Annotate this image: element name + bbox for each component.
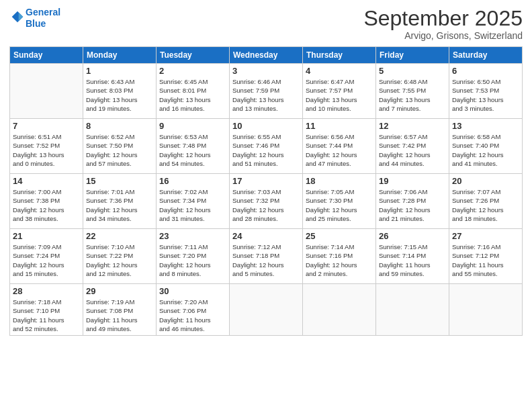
day-number: 3 — [232, 66, 300, 76]
calendar-cell: 21Sunrise: 7:09 AM Sunset: 7:24 PM Dayli… — [10, 229, 83, 284]
header: General Blue September 2025 Arvigo, Gris… — [9, 7, 523, 41]
day-number: 10 — [232, 121, 300, 131]
day-number: 27 — [452, 231, 519, 241]
calendar-cell: 14Sunrise: 7:00 AM Sunset: 7:38 PM Dayli… — [10, 174, 83, 229]
day-info: Sunrise: 6:50 AM Sunset: 7:53 PM Dayligh… — [452, 77, 519, 113]
calendar-cell: 29Sunrise: 7:19 AM Sunset: 7:08 PM Dayli… — [83, 284, 157, 336]
logo-line2: Blue — [26, 18, 60, 30]
calendar-cell: 3Sunrise: 6:46 AM Sunset: 7:59 PM Daylig… — [230, 64, 303, 119]
day-info: Sunrise: 7:11 AM Sunset: 7:20 PM Dayligh… — [159, 242, 226, 278]
calendar-cell: 20Sunrise: 7:07 AM Sunset: 7:26 PM Dayli… — [449, 174, 523, 229]
day-info: Sunrise: 6:52 AM Sunset: 7:50 PM Dayligh… — [86, 132, 153, 168]
location: Arvigo, Grisons, Switzerland — [363, 30, 523, 41]
calendar-table: SundayMondayTuesdayWednesdayThursdayFrid… — [9, 46, 523, 336]
day-number: 7 — [13, 121, 80, 131]
col-header-saturday: Saturday — [449, 47, 523, 64]
day-info: Sunrise: 6:46 AM Sunset: 7:59 PM Dayligh… — [232, 77, 300, 113]
calendar-cell — [230, 284, 303, 336]
day-number: 9 — [159, 121, 226, 131]
calendar-cell — [376, 284, 449, 336]
day-number: 22 — [86, 231, 153, 241]
col-header-friday: Friday — [376, 47, 449, 64]
calendar-cell: 23Sunrise: 7:11 AM Sunset: 7:20 PM Dayli… — [157, 229, 230, 284]
day-number: 5 — [379, 66, 446, 76]
day-info: Sunrise: 7:03 AM Sunset: 7:32 PM Dayligh… — [232, 187, 300, 223]
col-header-monday: Monday — [83, 47, 157, 64]
day-number: 11 — [306, 121, 373, 131]
logo-text: General Blue — [26, 7, 60, 30]
day-number: 14 — [13, 176, 80, 186]
day-info: Sunrise: 7:00 AM Sunset: 7:38 PM Dayligh… — [13, 187, 80, 223]
day-info: Sunrise: 7:05 AM Sunset: 7:30 PM Dayligh… — [306, 187, 373, 223]
calendar-cell — [449, 284, 523, 336]
svg-marker-1 — [19, 12, 24, 21]
col-header-wednesday: Wednesday — [230, 47, 303, 64]
header-row: SundayMondayTuesdayWednesdayThursdayFrid… — [10, 47, 523, 64]
day-info: Sunrise: 7:19 AM Sunset: 7:08 PM Dayligh… — [86, 298, 153, 333]
day-number: 15 — [86, 176, 153, 186]
day-info: Sunrise: 6:58 AM Sunset: 7:40 PM Dayligh… — [452, 132, 519, 168]
page: General Blue September 2025 Arvigo, Gris… — [0, 0, 532, 411]
calendar-cell: 1Sunrise: 6:43 AM Sunset: 8:03 PM Daylig… — [83, 64, 157, 119]
calendar-cell: 19Sunrise: 7:06 AM Sunset: 7:28 PM Dayli… — [376, 174, 449, 229]
day-info: Sunrise: 7:02 AM Sunset: 7:34 PM Dayligh… — [159, 187, 226, 223]
day-info: Sunrise: 6:56 AM Sunset: 7:44 PM Dayligh… — [306, 132, 373, 168]
col-header-sunday: Sunday — [10, 47, 83, 64]
calendar-cell: 18Sunrise: 7:05 AM Sunset: 7:30 PM Dayli… — [303, 174, 376, 229]
day-info: Sunrise: 7:09 AM Sunset: 7:24 PM Dayligh… — [13, 242, 80, 278]
week-row-4: 21Sunrise: 7:09 AM Sunset: 7:24 PM Dayli… — [10, 229, 523, 284]
day-info: Sunrise: 7:12 AM Sunset: 7:18 PM Dayligh… — [232, 242, 300, 278]
day-number: 21 — [13, 231, 80, 241]
month-title: September 2025 — [363, 7, 523, 30]
logo-line1: General — [26, 7, 60, 17]
day-info: Sunrise: 6:53 AM Sunset: 7:48 PM Dayligh… — [159, 132, 226, 168]
day-info: Sunrise: 7:20 AM Sunset: 7:06 PM Dayligh… — [159, 298, 226, 333]
day-number: 16 — [159, 176, 226, 186]
week-row-1: 1Sunrise: 6:43 AM Sunset: 8:03 PM Daylig… — [10, 64, 523, 119]
day-info: Sunrise: 6:57 AM Sunset: 7:42 PM Dayligh… — [379, 132, 446, 168]
day-number: 24 — [232, 231, 300, 241]
day-number: 6 — [452, 66, 519, 76]
day-number: 8 — [86, 121, 153, 131]
day-number: 20 — [452, 176, 519, 186]
calendar-cell — [10, 64, 83, 119]
week-row-3: 14Sunrise: 7:00 AM Sunset: 7:38 PM Dayli… — [10, 174, 523, 229]
col-header-tuesday: Tuesday — [157, 47, 230, 64]
calendar-cell: 4Sunrise: 6:47 AM Sunset: 7:57 PM Daylig… — [303, 64, 376, 119]
calendar-cell: 15Sunrise: 7:01 AM Sunset: 7:36 PM Dayli… — [83, 174, 157, 229]
day-info: Sunrise: 6:48 AM Sunset: 7:55 PM Dayligh… — [379, 77, 446, 113]
day-number: 17 — [232, 176, 300, 186]
week-row-5: 28Sunrise: 7:18 AM Sunset: 7:10 PM Dayli… — [10, 284, 523, 336]
calendar-cell: 28Sunrise: 7:18 AM Sunset: 7:10 PM Dayli… — [10, 284, 83, 336]
calendar-cell: 12Sunrise: 6:57 AM Sunset: 7:42 PM Dayli… — [376, 119, 449, 174]
day-number: 2 — [159, 66, 226, 76]
day-number: 19 — [379, 176, 446, 186]
calendar-cell: 6Sunrise: 6:50 AM Sunset: 7:53 PM Daylig… — [449, 64, 523, 119]
calendar-cell: 24Sunrise: 7:12 AM Sunset: 7:18 PM Dayli… — [230, 229, 303, 284]
day-info: Sunrise: 7:01 AM Sunset: 7:36 PM Dayligh… — [86, 187, 153, 223]
calendar-cell: 13Sunrise: 6:58 AM Sunset: 7:40 PM Dayli… — [449, 119, 523, 174]
day-number: 25 — [306, 231, 373, 241]
day-info: Sunrise: 6:55 AM Sunset: 7:46 PM Dayligh… — [232, 132, 300, 168]
day-number: 12 — [379, 121, 446, 131]
day-info: Sunrise: 7:14 AM Sunset: 7:16 PM Dayligh… — [306, 242, 373, 278]
day-number: 18 — [306, 176, 373, 186]
day-info: Sunrise: 7:10 AM Sunset: 7:22 PM Dayligh… — [86, 242, 153, 278]
calendar-cell: 17Sunrise: 7:03 AM Sunset: 7:32 PM Dayli… — [230, 174, 303, 229]
day-number: 28 — [13, 286, 80, 296]
day-info: Sunrise: 7:18 AM Sunset: 7:10 PM Dayligh… — [13, 298, 80, 333]
calendar-cell: 2Sunrise: 6:45 AM Sunset: 8:01 PM Daylig… — [157, 64, 230, 119]
day-number: 4 — [306, 66, 373, 76]
day-number: 26 — [379, 231, 446, 241]
calendar-cell: 27Sunrise: 7:16 AM Sunset: 7:12 PM Dayli… — [449, 229, 523, 284]
calendar-cell: 9Sunrise: 6:53 AM Sunset: 7:48 PM Daylig… — [157, 119, 230, 174]
day-info: Sunrise: 7:07 AM Sunset: 7:26 PM Dayligh… — [452, 187, 519, 223]
logo: General Blue — [9, 7, 60, 30]
day-info: Sunrise: 7:06 AM Sunset: 7:28 PM Dayligh… — [379, 187, 446, 223]
day-info: Sunrise: 6:45 AM Sunset: 8:01 PM Dayligh… — [159, 77, 226, 113]
calendar-cell: 11Sunrise: 6:56 AM Sunset: 7:44 PM Dayli… — [303, 119, 376, 174]
calendar-cell: 5Sunrise: 6:48 AM Sunset: 7:55 PM Daylig… — [376, 64, 449, 119]
day-number: 30 — [159, 286, 226, 296]
day-info: Sunrise: 6:51 AM Sunset: 7:52 PM Dayligh… — [13, 132, 80, 168]
day-number: 23 — [159, 231, 226, 241]
